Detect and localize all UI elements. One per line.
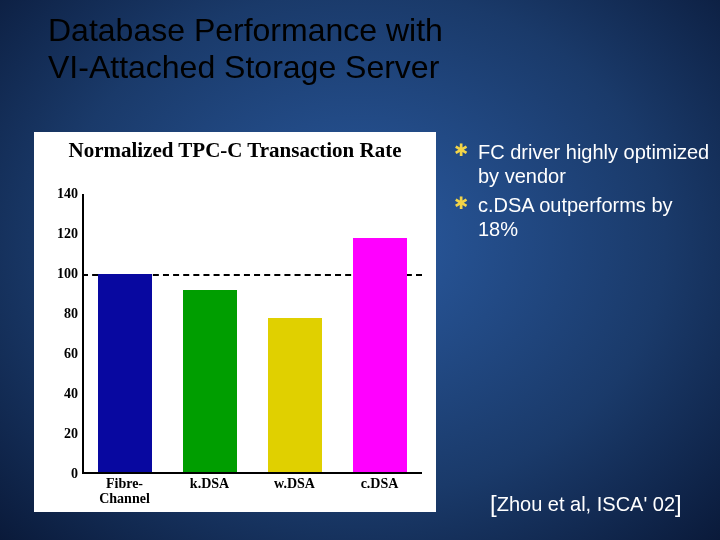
bar-w-dsa <box>268 318 322 474</box>
bar-k-dsa <box>183 290 237 474</box>
bullet-text: c.DSA outperforms by 18% <box>478 193 710 242</box>
citation-text: Zhou et al, ISCA' 02 <box>497 493 675 515</box>
y-tick-label: 0 <box>42 466 78 482</box>
y-tick-label: 100 <box>42 266 78 282</box>
citation-close: ] <box>675 490 682 517</box>
x-tick-label: c.DSA <box>340 476 420 491</box>
x-tick-label: k.DSA <box>170 476 250 491</box>
y-tick-label: 60 <box>42 346 78 362</box>
y-axis-line <box>82 194 84 474</box>
citation: [Zhou et al, ISCA' 02] <box>490 490 682 518</box>
bullet-text: FC driver highly optimized by vendor <box>478 140 710 189</box>
bullet-item: ✱FC driver highly optimized by vendor <box>454 140 710 189</box>
chart-panel: Normalized TPC-C Transaction Rate 020406… <box>34 132 436 512</box>
y-tick-label: 40 <box>42 386 78 402</box>
y-tick-label: 80 <box>42 306 78 322</box>
y-tick-label: 20 <box>42 426 78 442</box>
slide-title: Database Performance with VI-Attached St… <box>48 12 688 86</box>
x-tick-label: Fibre-Channel <box>85 476 165 507</box>
title-line-2: VI-Attached Storage Server <box>48 49 439 85</box>
y-tick-label: 120 <box>42 226 78 242</box>
y-tick-label: 140 <box>42 186 78 202</box>
chart-plot-area: 020406080100120140 <box>82 194 422 474</box>
title-line-1: Database Performance with <box>48 12 443 48</box>
bar-fibre-channel <box>98 274 152 474</box>
bar-c-dsa <box>353 238 407 474</box>
bullet-item: ✱c.DSA outperforms by 18% <box>454 193 710 242</box>
bars-group <box>82 194 422 474</box>
bullet-asterisk-icon: ✱ <box>454 193 470 242</box>
citation-open: [ <box>490 490 497 517</box>
x-tick-label: w.DSA <box>255 476 335 491</box>
x-axis-line <box>82 472 422 474</box>
chart-title: Normalized TPC-C Transaction Rate <box>34 138 436 163</box>
bullet-list: ✱FC driver highly optimized by vendor✱c.… <box>454 140 710 246</box>
x-axis-labels: Fibre-Channelk.DSAw.DSAc.DSA <box>82 476 422 510</box>
bullet-asterisk-icon: ✱ <box>454 140 470 189</box>
